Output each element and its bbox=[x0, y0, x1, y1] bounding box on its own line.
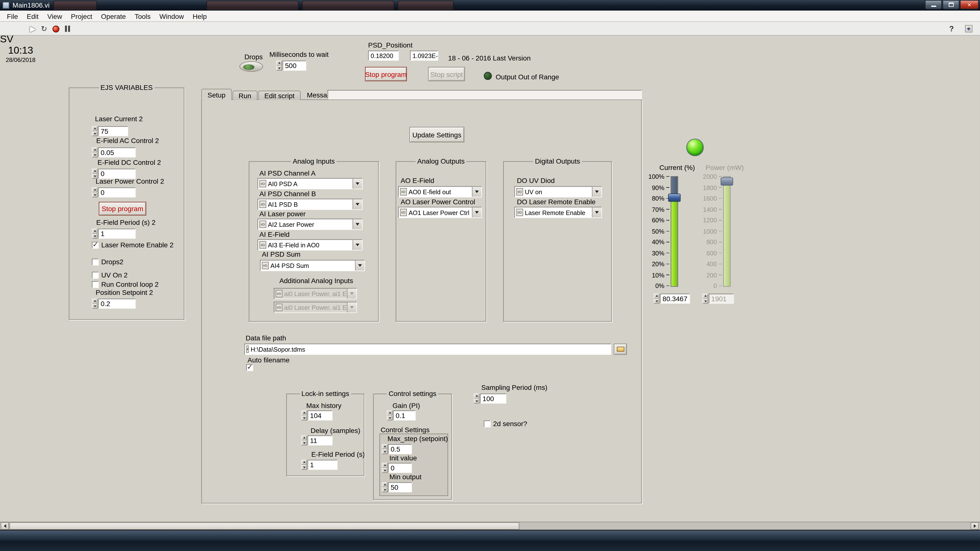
min-output-input[interactable]: 50 bbox=[382, 482, 412, 492]
additional-analog-input-1-dropdown[interactable]: I/Oai0 Laser Power, ai1 E-Field, ai2 bbox=[274, 288, 357, 299]
spinner-arrows[interactable] bbox=[654, 294, 659, 304]
min-output-value[interactable]: 50 bbox=[388, 482, 412, 492]
spin-up-icon[interactable] bbox=[387, 410, 393, 415]
current-value-input[interactable]: 80.3467 bbox=[654, 294, 690, 304]
menu-view[interactable]: View bbox=[43, 11, 67, 21]
ai-psd-sum-dropdown[interactable]: I/OAI4 PSD Sum bbox=[260, 260, 365, 271]
ao-efield-dropdown[interactable]: I/OAO0 E-field out bbox=[398, 186, 482, 197]
spin-up-icon[interactable] bbox=[92, 299, 97, 303]
efield-period-value[interactable]: 1 bbox=[307, 460, 337, 470]
dropdown-arrow-icon[interactable] bbox=[592, 207, 601, 218]
laser-current-2-value[interactable]: 75 bbox=[98, 126, 128, 136]
run-continuous-button[interactable]: ↻ bbox=[39, 24, 49, 34]
current-slider-handle[interactable] bbox=[668, 194, 681, 202]
ejs-stop-program-button[interactable]: Stop program bbox=[99, 202, 146, 216]
spinner-arrows[interactable] bbox=[301, 460, 307, 470]
spin-down-icon[interactable] bbox=[92, 152, 97, 157]
spinner-arrows[interactable] bbox=[276, 60, 282, 70]
tab-edit-script[interactable]: Edit script bbox=[258, 91, 301, 100]
clock-date[interactable]: 28/06/2018 bbox=[0, 56, 41, 63]
menu-operate[interactable]: Operate bbox=[97, 11, 130, 21]
max-history-input[interactable]: 104 bbox=[301, 410, 333, 421]
spin-down-icon[interactable] bbox=[654, 299, 659, 303]
menu-tools[interactable]: Tools bbox=[130, 11, 155, 21]
do-laser-remote-enable-dropdown[interactable]: I/OLaser Remote Enable bbox=[514, 207, 602, 218]
auto-filename-checkbox[interactable]: ✓ bbox=[246, 364, 253, 371]
pause-button[interactable] bbox=[62, 24, 73, 34]
dropdown-arrow-icon[interactable] bbox=[353, 240, 362, 250]
efield-ac-control-2-value[interactable]: 0.05 bbox=[98, 148, 136, 157]
spin-up-icon[interactable] bbox=[382, 482, 388, 487]
dropdown-arrow-icon[interactable] bbox=[353, 199, 362, 210]
ai-laser-power-dropdown[interactable]: I/OAI2 Laser Power bbox=[258, 219, 363, 230]
delay-samples-input[interactable]: 11 bbox=[301, 435, 333, 445]
ai-efield-dropdown[interactable]: I/OAI3 E-Field in AO0 bbox=[258, 239, 363, 251]
spinner-arrows[interactable] bbox=[92, 229, 97, 239]
efield-dc-control-2-value[interactable]: 0 bbox=[98, 169, 136, 179]
dropdown-arrow-icon[interactable] bbox=[472, 187, 481, 197]
ai-psd-channel-a-dropdown[interactable]: I/OAI0 PSD A bbox=[258, 178, 363, 189]
init-value-value[interactable]: 0 bbox=[388, 463, 412, 473]
scrollbar-thumb[interactable] bbox=[9, 522, 519, 530]
spin-up-icon[interactable] bbox=[301, 435, 307, 440]
spin-down-icon[interactable] bbox=[301, 415, 307, 420]
efield-dc-control-2-input[interactable]: 0 bbox=[92, 169, 136, 179]
spin-up-icon[interactable] bbox=[382, 444, 388, 449]
max-history-value[interactable]: 104 bbox=[307, 410, 332, 421]
tab-setup[interactable]: Setup bbox=[201, 89, 232, 100]
position-setpoint-2-value[interactable]: 0.2 bbox=[98, 299, 136, 308]
menu-window[interactable]: Window bbox=[155, 11, 188, 21]
spin-down-icon[interactable] bbox=[301, 440, 307, 445]
laser-current-2-input[interactable]: 75 bbox=[92, 126, 128, 136]
spin-up-icon[interactable] bbox=[382, 463, 388, 468]
spin-down-icon[interactable] bbox=[301, 465, 307, 470]
dropdown-arrow-icon[interactable] bbox=[592, 187, 601, 197]
browse-button[interactable] bbox=[614, 344, 627, 355]
maximize-button[interactable] bbox=[942, 0, 959, 9]
spin-down-icon[interactable] bbox=[92, 192, 97, 197]
spin-down-icon[interactable] bbox=[382, 468, 388, 473]
init-value-input[interactable]: 0 bbox=[382, 463, 412, 473]
menu-project[interactable]: Project bbox=[67, 11, 97, 21]
update-settings-button[interactable]: Update Settings bbox=[409, 127, 464, 143]
spin-down-icon[interactable] bbox=[474, 399, 479, 403]
menu-help[interactable]: Help bbox=[188, 11, 211, 21]
laser-power-control-2-input[interactable]: 0 bbox=[92, 187, 136, 197]
ai-psd-channel-b-dropdown[interactable]: I/OAI1 PSD B bbox=[258, 198, 363, 210]
efield-period-2-value[interactable]: 1 bbox=[98, 229, 136, 239]
spinner-arrows[interactable] bbox=[92, 126, 97, 136]
position-setpoint-2-input[interactable]: 0.2 bbox=[92, 299, 136, 308]
spin-up-icon[interactable] bbox=[276, 60, 282, 65]
reorder-button[interactable] bbox=[963, 24, 974, 34]
delay-samples-value[interactable]: 11 bbox=[307, 435, 332, 445]
max-step-setpoint-input[interactable]: 0.5 bbox=[382, 444, 412, 454]
spin-down-icon[interactable] bbox=[276, 66, 282, 70]
drops-switch[interactable] bbox=[239, 61, 263, 72]
spinner-arrows[interactable] bbox=[92, 169, 97, 179]
clock-time[interactable]: 10:13 bbox=[0, 45, 41, 56]
spinner-arrows[interactable] bbox=[474, 394, 479, 403]
stop-script-button[interactable]: Stop script bbox=[428, 67, 465, 81]
spinner-arrows[interactable] bbox=[92, 148, 97, 157]
spinner-arrows[interactable] bbox=[92, 299, 97, 308]
gain-pi-value[interactable]: 0.1 bbox=[393, 410, 416, 421]
uv-on-2-checkbox[interactable] bbox=[92, 272, 99, 279]
gain-pi-input[interactable]: 0.1 bbox=[387, 410, 415, 421]
sampling-period-input[interactable]: 100 bbox=[474, 394, 506, 403]
additional-analog-input-2-dropdown[interactable]: I/Oai0 Laser Power, ai1 E-Field, ai2 bbox=[274, 302, 357, 313]
dropdown-arrow-icon[interactable] bbox=[472, 207, 481, 218]
laser-power-control-2-value[interactable]: 0 bbox=[98, 187, 136, 197]
minimize-button[interactable] bbox=[925, 0, 942, 9]
2d-sensor-checkbox[interactable] bbox=[484, 421, 490, 427]
spin-down-icon[interactable] bbox=[382, 449, 388, 454]
spin-up-icon[interactable] bbox=[92, 187, 97, 192]
spin-up-icon[interactable] bbox=[301, 460, 307, 465]
spin-down-icon[interactable] bbox=[387, 415, 393, 420]
spin-up-icon[interactable] bbox=[92, 169, 97, 174]
spinner-arrows[interactable] bbox=[382, 463, 388, 473]
spinner-arrows[interactable] bbox=[382, 482, 388, 492]
current-slider-track[interactable] bbox=[671, 176, 678, 287]
spinner-arrows[interactable] bbox=[301, 435, 307, 445]
spin-down-icon[interactable] bbox=[92, 131, 97, 136]
efield-period-input[interactable]: 1 bbox=[301, 460, 337, 470]
